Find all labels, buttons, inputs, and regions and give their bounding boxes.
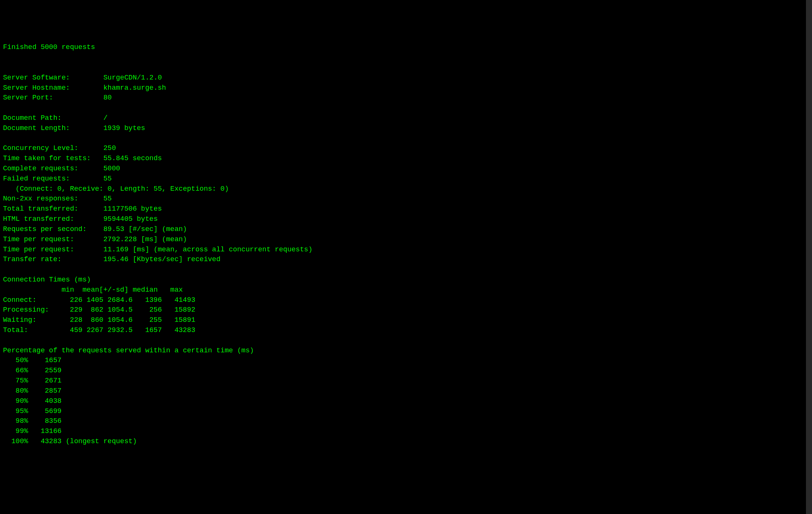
rps-value: 89.53 [#/sec] (mean) xyxy=(103,225,187,233)
total-transferred-label: Total transferred: xyxy=(3,204,103,214)
terminal-output: Finished 5000 requests Server Software:S… xyxy=(3,43,809,447)
failed-requests-value: 55 xyxy=(103,175,111,183)
concurrency-value: 250 xyxy=(103,144,116,152)
rps-label: Requests per second: xyxy=(3,225,103,235)
percentile-row-98: 98%8356 xyxy=(3,417,66,425)
concurrency-label: Concurrency Level: xyxy=(3,144,103,154)
connection-times-heading: Connection Times (ms) xyxy=(3,276,91,284)
html-transferred-label: HTML transferred: xyxy=(3,214,103,225)
non-2xx-value: 55 xyxy=(103,195,111,203)
failed-requests-label: Failed requests: xyxy=(3,174,103,184)
tpr2-value: 11.169 [ms] (mean, across all concurrent… xyxy=(103,246,312,254)
transfer-rate-value: 195.46 [Kbytes/sec] received xyxy=(103,255,220,263)
document-path-label: Document Path: xyxy=(3,113,103,124)
connection-times-header-row: min mean[+/-sd] median max xyxy=(3,286,183,294)
connection-times-row-waiting: Waiting:2288601054.625515891 xyxy=(3,316,195,324)
tpr1-label: Time per request: xyxy=(3,235,103,245)
failed-requests-breakdown: (Connect: 0, Receive: 0, Length: 55, Exc… xyxy=(3,185,229,193)
document-length-label: Document Length: xyxy=(3,124,103,134)
document-path-value: / xyxy=(103,114,107,122)
server-hostname-value: khamra.surge.sh xyxy=(103,84,166,92)
server-port-label: Server Port: xyxy=(3,93,103,103)
tpr1-value: 2792.228 [ms] (mean) xyxy=(103,236,187,243)
time-taken-label: Time taken for tests: xyxy=(3,154,103,164)
percentile-row-75: 75%2671 xyxy=(3,377,66,385)
percentile-row-66: 66%2559 xyxy=(3,367,66,375)
percentile-row-90: 90%4038 xyxy=(3,397,66,405)
vertical-scrollbar[interactable] xyxy=(806,0,812,514)
complete-requests-value: 5000 xyxy=(103,165,120,173)
percentiles-heading: Percentage of the requests served within… xyxy=(3,347,254,355)
connection-times-row-connect: Connect:22614052684.6139641493 xyxy=(3,296,195,304)
time-taken-value: 55.845 seconds xyxy=(103,155,162,162)
percentile-row-95: 95%5699 xyxy=(3,407,66,415)
percentile-row-99: 99%13166 xyxy=(3,427,66,435)
transfer-rate-label: Transfer rate: xyxy=(3,255,103,265)
server-port-value: 80 xyxy=(103,94,111,102)
server-software-label: Server Software: xyxy=(3,73,103,83)
connection-times-row-total: Total:45922672932.5165743283 xyxy=(3,326,195,334)
connection-times-row-processing: Processing:2298621054.525615892 xyxy=(3,306,195,314)
percentile-row-50: 50%1657 xyxy=(3,356,66,364)
percentile-row-80: 80%2857 xyxy=(3,387,66,395)
server-software-value: SurgeCDN/1.2.0 xyxy=(103,74,162,82)
non-2xx-label: Non-2xx responses: xyxy=(3,194,103,204)
tpr2-label: Time per request: xyxy=(3,245,103,255)
html-transferred-value: 9594405 bytes xyxy=(103,215,157,223)
complete-requests-label: Complete requests: xyxy=(3,164,103,174)
finished-line: Finished 5000 requests xyxy=(3,43,95,51)
total-transferred-value: 11177506 bytes xyxy=(103,205,162,213)
percentile-row-100: 100%43283(longest request) xyxy=(3,438,137,445)
server-hostname-label: Server Hostname: xyxy=(3,83,103,93)
document-length-value: 1939 bytes xyxy=(103,124,145,132)
